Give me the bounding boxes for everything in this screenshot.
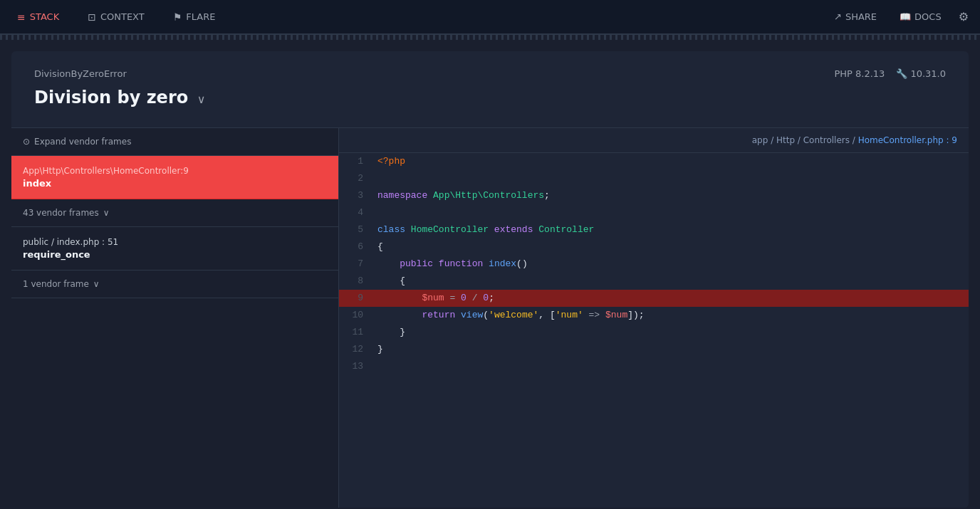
nav-context-label: CONTEXT — [100, 11, 145, 22]
expand-vendor-label: Expand vendor frames — [34, 137, 131, 147]
code-line-10: 10 return view('welcome', ['num' => $num… — [339, 307, 969, 324]
line-num-7: 7 — [339, 256, 375, 273]
line-code-1: <?php — [375, 153, 969, 170]
line-code-10: return view('welcome', ['num' => $num]); — [375, 307, 969, 324]
nav-flare[interactable]: ⚑ FLARE — [167, 9, 221, 26]
nav-context[interactable]: ⊡ CONTEXT — [82, 9, 150, 26]
code-panel: app / Http / Controllers / HomeControlle… — [339, 128, 969, 508]
active-frame-method: index — [23, 178, 327, 189]
error-meta: PHP 8.2.13 🔧 10.31.0 — [834, 68, 946, 79]
code-line-6: 6 { — [339, 238, 969, 256]
docs-label: DOCS — [914, 11, 942, 22]
line-code-8: { — [375, 273, 969, 290]
context-icon: ⊡ — [88, 11, 96, 23]
error-message-row: Division by zero ∨ — [34, 88, 946, 107]
nav-right: ↗ SHARE 📖 DOCS ⚙ — [828, 9, 969, 25]
frame-2-file: public / index.php : 51 — [23, 237, 327, 247]
share-label: SHARE — [845, 11, 877, 22]
vendor-label-1: 43 vendor frames ∨ — [23, 208, 327, 218]
line-num-11: 11 — [339, 324, 375, 341]
docs-button[interactable]: 📖 DOCS — [894, 9, 947, 25]
line-code-5: class HomeController extends Controller — [375, 221, 969, 238]
vendor-chevron-1: ∨ — [103, 208, 110, 218]
line-num-8: 8 — [339, 273, 375, 290]
line-code-4 — [375, 204, 969, 221]
line-num-10: 10 — [339, 307, 375, 324]
laravel-version: 🔧 10.31.0 — [896, 68, 946, 79]
code-line-8: 8 { — [339, 273, 969, 290]
stack-frame-2[interactable]: public / index.php : 51 require_once — [11, 227, 338, 271]
expand-vendor-button[interactable]: ⊙ Expand vendor frames — [11, 128, 338, 156]
settings-button[interactable]: ⚙ — [959, 10, 969, 23]
code-line-5: 5 class HomeController extends Controlle… — [339, 221, 969, 238]
line-code-13 — [375, 358, 969, 375]
active-frame-file: App\Http\Controllers\HomeController:9 — [23, 166, 327, 176]
line-code-2 — [375, 170, 969, 187]
line-code-3: namespace App\Http\Controllers; — [375, 187, 969, 204]
vendor-group-2[interactable]: 1 vendor frame ∨ — [11, 271, 338, 298]
nav-left: ≡ STACK ⊡ CONTEXT ⚑ FLARE — [11, 9, 221, 26]
line-num-2: 2 — [339, 170, 375, 187]
vendor-group-1[interactable]: 43 vendor frames ∨ — [11, 199, 338, 227]
laravel-icon: 🔧 — [896, 68, 907, 79]
line-num-12: 12 — [339, 341, 375, 358]
frame-2-method: require_once — [23, 249, 327, 260]
vendor-chevron-2: ∨ — [93, 279, 100, 289]
line-code-12: } — [375, 341, 969, 358]
stack-frame-active[interactable]: App\Http\Controllers\HomeController:9 in… — [11, 156, 338, 199]
main-content: ⊙ Expand vendor frames App\Http\Controll… — [11, 128, 969, 508]
error-message: Division by zero — [34, 88, 188, 107]
nav-flare-label: FLARE — [186, 11, 215, 22]
error-header: DivisionByZeroError PHP 8.2.13 🔧 10.31.0… — [11, 51, 969, 128]
chevron-down-icon[interactable]: ∨ — [197, 93, 206, 106]
nav-stack[interactable]: ≡ STACK — [11, 9, 65, 26]
top-nav: ≡ STACK ⊡ CONTEXT ⚑ FLARE ↗ SHARE 📖 DOCS… — [0, 0, 980, 34]
vendor-count-2: 1 vendor frame — [23, 279, 89, 289]
code-line-3: 3 namespace App\Http\Controllers; — [339, 187, 969, 204]
nav-stack-label: STACK — [30, 11, 59, 22]
code-line-4: 4 — [339, 204, 969, 221]
php-version: PHP 8.2.13 — [834, 68, 885, 79]
line-num-9: 9 — [339, 290, 375, 307]
line-num-5: 5 — [339, 221, 375, 238]
line-num-4: 4 — [339, 204, 375, 221]
code-line-13: 13 — [339, 358, 969, 375]
code-line-11: 11 } — [339, 324, 969, 341]
code-line-1: 1 <?php — [339, 153, 969, 170]
line-num-6: 6 — [339, 238, 375, 256]
line-code-11: } — [375, 324, 969, 341]
flare-icon: ⚑ — [173, 11, 182, 23]
expand-vendor-icon: ⊙ — [23, 137, 30, 147]
code-line-7: 7 public function index() — [339, 256, 969, 273]
error-type: DivisionByZeroError — [34, 68, 127, 79]
stack-icon: ≡ — [17, 11, 26, 23]
error-type-row: DivisionByZeroError PHP 8.2.13 🔧 10.31.0 — [34, 68, 946, 79]
stack-panel: ⊙ Expand vendor frames App\Http\Controll… — [11, 128, 339, 508]
line-code-9: $num = 0 / 0; — [375, 290, 969, 307]
line-code-7: public function index() — [375, 256, 969, 273]
line-num-3: 3 — [339, 187, 375, 204]
docs-icon: 📖 — [900, 11, 911, 22]
code-line-9: 9 $num = 0 / 0; — [339, 290, 969, 307]
code-line-2: 2 — [339, 170, 969, 187]
line-code-6: { — [375, 238, 969, 256]
code-path: app / Http / Controllers / HomeControlle… — [752, 135, 957, 145]
line-num-13: 13 — [339, 358, 375, 375]
vendor-count-1: 43 vendor frames — [23, 208, 99, 218]
laravel-version-text: 10.31.0 — [910, 68, 946, 79]
vendor-label-2: 1 vendor frame ∨ — [23, 279, 327, 289]
line-num-1: 1 — [339, 153, 375, 170]
share-icon: ↗ — [834, 11, 842, 22]
code-line-12: 12 } — [339, 341, 969, 358]
dot-separator — [0, 34, 980, 40]
code-table: 1 <?php 2 3 namespace App\Http\Controlle… — [339, 153, 969, 375]
share-button[interactable]: ↗ SHARE — [828, 9, 882, 25]
code-header: app / Http / Controllers / HomeControlle… — [339, 128, 969, 153]
